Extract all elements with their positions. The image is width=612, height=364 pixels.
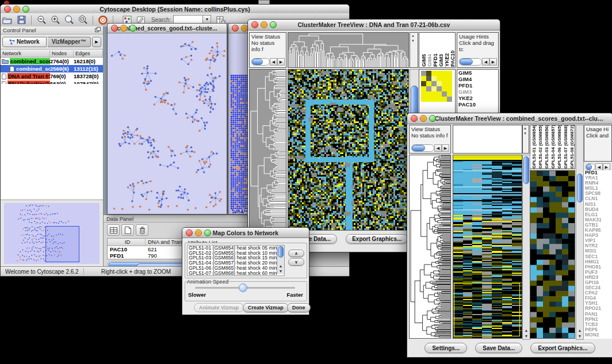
tv1-column-label[interactable]: GIM5: [421, 33, 427, 67]
minimize-button[interactable]: [120, 25, 127, 32]
matrix-cell[interactable]: [421, 91, 426, 97]
matrix-cell[interactable]: [421, 76, 426, 81]
tab-vizmapper[interactable]: VizMapper™: [48, 37, 91, 47]
matrix-cell[interactable]: [426, 71, 431, 76]
gene-label[interactable]: MON2: [584, 332, 612, 338]
tv2-row-dendrogram[interactable]: [410, 155, 450, 338]
zoom-selected-icon[interactable]: [63, 14, 75, 25]
matrix-cell[interactable]: [442, 91, 447, 97]
gene-label[interactable]: PAC10: [457, 101, 498, 108]
tv1-heatmap[interactable]: [288, 70, 408, 230]
col-network[interactable]: Network: [1, 51, 50, 56]
tv2-titlebar[interactable]: ClusterMaker TreeView : combined_scores_…: [407, 113, 612, 124]
close-button[interactable]: [111, 25, 118, 32]
gene-label[interactable]: YKE2: [457, 95, 498, 101]
col-nodes[interactable]: Nodes: [50, 51, 74, 56]
gene-label[interactable]: GIM4: [457, 76, 498, 82]
network-tree-row[interactable]: DNA and Tran 07769(0)183728(0): [1, 72, 103, 80]
tv1-zoom-matrix[interactable]: [421, 71, 452, 102]
scroll-down-icon[interactable]: [523, 132, 527, 135]
matrix-cell[interactable]: [431, 97, 437, 102]
tv1-column-label[interactable]: PFD1: [433, 33, 438, 67]
tv1-titlebar[interactable]: ClusterMaker TreeView : DNA and Tran 07-…: [248, 20, 500, 30]
gene-label[interactable]: PFD1: [457, 82, 498, 89]
matrix-cell[interactable]: [437, 81, 442, 86]
tv1-column-label[interactable]: GIM4: [427, 33, 433, 67]
tv1-column-label[interactable]: PAC10: [450, 33, 456, 67]
matrix-cell[interactable]: [447, 97, 452, 102]
tv2-column-label[interactable]: GPL51-03 (GSM856): [544, 125, 550, 168]
attribute-table-icon[interactable]: [107, 224, 120, 236]
tv2-column-dendrogram-pane[interactable]: [453, 125, 522, 154]
export-graphics-button[interactable]: Export Graphics...: [530, 343, 595, 353]
matrix-cell[interactable]: [442, 76, 447, 81]
attribute-list[interactable]: GPL51-01 (GSM854) heat shock 05 minGPL51…: [187, 245, 285, 276]
matrix-cell[interactable]: [442, 97, 447, 102]
tv2-column-label[interactable]: GPL51-04 (GSM857): [550, 125, 557, 168]
close-button[interactable]: [4, 6, 11, 13]
tv2-column-label[interactable]: GPL51-02 (GSM855): [538, 125, 544, 168]
scroll-up-icon[interactable]: [411, 34, 415, 37]
tv2-column-label[interactable]: GPL51-07 (GSM868): [563, 125, 569, 168]
save-data-button[interactable]: Save Data...: [475, 343, 522, 353]
matrix-cell[interactable]: [447, 81, 452, 86]
settings-button[interactable]: Settings...: [424, 343, 467, 353]
tab-network[interactable]: Network: [2, 37, 47, 47]
minimize-button[interactable]: [13, 6, 20, 13]
tv1-row-dendrogram[interactable]: [250, 70, 286, 230]
minimize-button[interactable]: [420, 115, 427, 122]
zoom-in-icon[interactable]: [49, 14, 62, 25]
zoom-out-icon[interactable]: [35, 14, 48, 25]
open-folder-icon[interactable]: [1, 14, 14, 25]
main-titlebar[interactable]: Cytoscape Desktop (Session Name: collins…: [1, 5, 349, 14]
network-canvas-1[interactable]: [108, 33, 225, 213]
matrix-cell[interactable]: [426, 97, 431, 102]
tv1-status-scrollbar[interactable]: [251, 58, 285, 66]
matrix-cell[interactable]: [421, 71, 426, 76]
zoom-fit-icon[interactable]: [76, 14, 89, 25]
delete-attribute-trash-icon[interactable]: [136, 224, 148, 236]
matrix-cell[interactable]: [421, 86, 426, 91]
matrix-cell[interactable]: [437, 91, 442, 97]
network-tree-row[interactable]: combined_scores2764(0)16218(0): [1, 58, 103, 65]
minimize-button[interactable]: [195, 229, 202, 236]
matrix-cell[interactable]: [421, 97, 426, 102]
network-tree-empty-area[interactable]: [1, 84, 103, 200]
network-overview-canvas[interactable]: [4, 203, 100, 264]
export-graphics-button[interactable]: Export Graphics...: [346, 234, 408, 244]
tv1-usage-scrollbar[interactable]: [459, 58, 497, 66]
tv2-column-label[interactable]: GPL51-06 (GSM865): [557, 125, 563, 168]
scroll-down-icon[interactable]: [411, 39, 415, 43]
gene-label[interactable]: GIM3: [457, 89, 498, 95]
move-up-button[interactable]: ∧: [288, 250, 304, 257]
attribute-list-scrollbar[interactable]: [277, 246, 284, 274]
matrix-cell[interactable]: [431, 76, 437, 81]
dialog-titlebar[interactable]: Map Colors to Network: [182, 228, 309, 238]
matrix-cell[interactable]: [442, 81, 447, 86]
create-vizmap-button[interactable]: Create Vizmap: [243, 303, 289, 312]
matrix-cell[interactable]: [437, 76, 442, 81]
matrix-cell[interactable]: [431, 71, 437, 76]
matrix-cell[interactable]: [426, 81, 431, 86]
done-button[interactable]: Done: [287, 303, 311, 312]
zoom-button[interactable]: [429, 115, 436, 122]
tv2-heatmap[interactable]: [453, 155, 522, 338]
matrix-cell[interactable]: [447, 91, 452, 97]
close-button[interactable]: [232, 25, 239, 32]
minimize-button[interactable]: [261, 21, 267, 28]
float-panel-icon[interactable]: [95, 27, 101, 33]
save-icon[interactable]: [15, 14, 28, 25]
matrix-cell[interactable]: [426, 86, 431, 91]
attribute-list-item[interactable]: GPL51-07 (GSM868) heat shock 60 min: [189, 271, 284, 276]
scroll-up-icon[interactable]: [523, 127, 527, 130]
matrix-cell[interactable]: [447, 76, 452, 81]
matrix-cell[interactable]: [426, 76, 431, 81]
matrix-cell[interactable]: [447, 71, 452, 76]
matrix-cell[interactable]: [431, 91, 437, 97]
matrix-cell[interactable]: [437, 86, 442, 91]
tv2-status-scrollbar[interactable]: [411, 144, 449, 152]
zoom-button[interactable]: [22, 6, 29, 13]
matrix-cell[interactable]: [437, 71, 442, 76]
gene-label[interactable]: GIM5: [457, 70, 498, 76]
id-column-header[interactable]: ID: [108, 239, 146, 246]
